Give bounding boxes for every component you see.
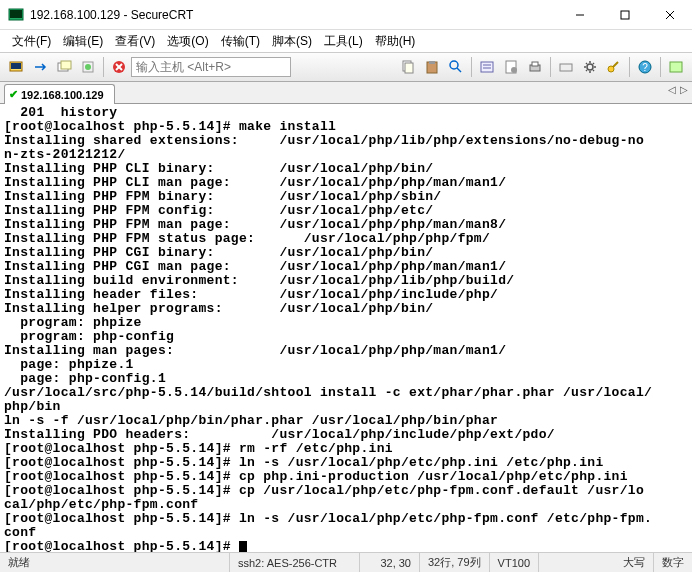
toolbar-settings-icon[interactable] <box>579 56 601 78</box>
toolbar-session-icon[interactable] <box>53 56 75 78</box>
window-buttons <box>557 0 692 29</box>
toolbar-help-icon[interactable]: ? <box>634 56 656 78</box>
toolbar-print-icon[interactable] <box>524 56 546 78</box>
terminal-output[interactable]: 201 history [root@localhost php-5.5.14]#… <box>0 104 692 554</box>
menu-help[interactable]: 帮助(H) <box>369 31 422 52</box>
status-term: VT100 <box>490 553 539 572</box>
svg-rect-28 <box>560 64 572 71</box>
svg-point-29 <box>587 64 593 70</box>
menu-transfer[interactable]: 传输(T) <box>215 31 266 52</box>
minimize-button[interactable] <box>557 0 602 29</box>
svg-rect-34 <box>670 62 682 72</box>
svg-rect-1 <box>10 10 22 18</box>
tab-next-icon[interactable]: ▷ <box>680 84 688 95</box>
svg-line-31 <box>613 62 618 67</box>
toolbar-keymap-icon[interactable] <box>555 56 577 78</box>
toolbar-sep <box>471 57 472 77</box>
session-tab[interactable]: ✔ 192.168.100.129 <box>4 84 115 104</box>
svg-point-11 <box>85 64 91 70</box>
toolbar-key-icon[interactable] <box>603 56 625 78</box>
menu-file[interactable]: 文件(F) <box>6 31 57 52</box>
svg-rect-9 <box>61 61 71 69</box>
toolbar-reconnect-icon[interactable] <box>77 56 99 78</box>
svg-rect-18 <box>429 61 435 64</box>
toolbar-properties-icon[interactable] <box>476 56 498 78</box>
status-cursor: 32, 30 <box>360 553 420 572</box>
toolbar: ? <box>0 52 692 82</box>
tab-bar: ✔ 192.168.100.129 ◁ ▷ <box>0 82 692 104</box>
svg-rect-3 <box>621 11 629 19</box>
toolbar-paste-icon[interactable] <box>421 56 443 78</box>
status-size: 32行, 79列 <box>420 553 490 572</box>
status-caps: 大写 <box>615 553 654 572</box>
tab-prev-icon[interactable]: ◁ <box>668 84 676 95</box>
svg-line-20 <box>457 68 461 72</box>
svg-rect-27 <box>532 62 538 66</box>
menu-tools[interactable]: 工具(L) <box>318 31 369 52</box>
status-bar: 就绪 ssh2: AES-256-CTR 32, 30 32行, 79列 VT1… <box>0 552 692 572</box>
toolbar-sep <box>103 57 104 77</box>
menu-edit[interactable]: 编辑(E) <box>57 31 109 52</box>
toolbar-find-icon[interactable] <box>445 56 467 78</box>
toolbar-sep <box>660 57 661 77</box>
svg-rect-7 <box>11 63 21 69</box>
window-title: 192.168.100.129 - SecureCRT <box>30 8 557 22</box>
status-num: 数字 <box>654 553 692 572</box>
menu-options[interactable]: 选项(O) <box>161 31 214 52</box>
svg-point-25 <box>511 67 517 73</box>
toolbar-log-icon[interactable] <box>500 56 522 78</box>
close-button[interactable] <box>647 0 692 29</box>
svg-rect-16 <box>405 63 413 73</box>
menu-script[interactable]: 脚本(S) <box>266 31 318 52</box>
tab-status-icon: ✔ <box>9 88 18 101</box>
svg-point-19 <box>450 61 458 69</box>
toolbar-connect-icon[interactable] <box>5 56 27 78</box>
status-ready: 就绪 <box>0 553 230 572</box>
toolbar-sep <box>629 57 630 77</box>
menu-bar: 文件(F) 编辑(E) 查看(V) 选项(O) 传输(T) 脚本(S) 工具(L… <box>0 30 692 52</box>
toolbar-sep <box>550 57 551 77</box>
svg-rect-21 <box>481 62 493 72</box>
toolbar-disconnect-icon[interactable] <box>108 56 130 78</box>
host-input[interactable] <box>131 57 291 77</box>
toolbar-quick-connect-icon[interactable] <box>29 56 51 78</box>
toolbar-copy-icon[interactable] <box>397 56 419 78</box>
toolbar-extra-icon[interactable] <box>665 56 687 78</box>
maximize-button[interactable] <box>602 0 647 29</box>
app-icon <box>8 7 24 23</box>
title-bar: 192.168.100.129 - SecureCRT <box>0 0 692 30</box>
svg-text:?: ? <box>642 62 648 73</box>
menu-view[interactable]: 查看(V) <box>109 31 161 52</box>
status-ssh: ssh2: AES-256-CTR <box>230 553 360 572</box>
tab-label: 192.168.100.129 <box>21 89 104 101</box>
